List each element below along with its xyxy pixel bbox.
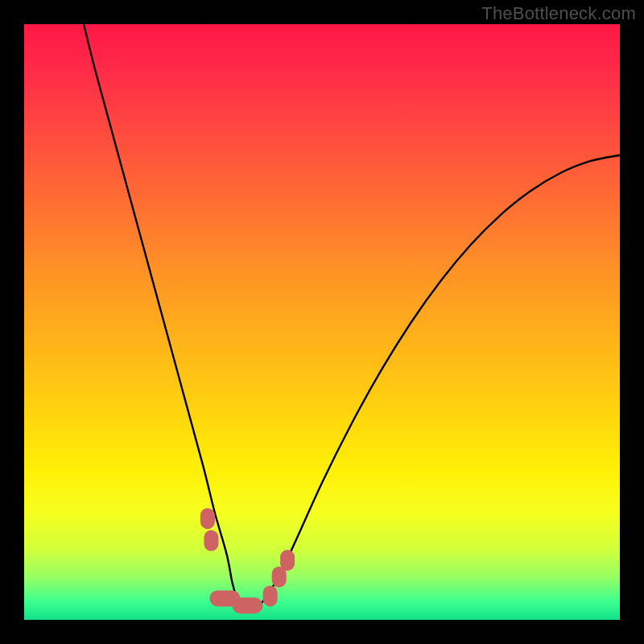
chart-frame: TheBottleneck.com	[0, 0, 644, 644]
bottleneck-curve	[84, 24, 620, 609]
curve-marker	[263, 585, 278, 606]
plot-area	[24, 24, 620, 620]
curve-marker	[204, 530, 218, 551]
curve-marker	[233, 597, 263, 613]
chart-svg	[24, 24, 620, 620]
watermark-text: TheBottleneck.com	[481, 3, 636, 24]
curve-marker	[280, 550, 295, 571]
marker-group	[200, 508, 295, 613]
curve-marker	[200, 508, 215, 529]
